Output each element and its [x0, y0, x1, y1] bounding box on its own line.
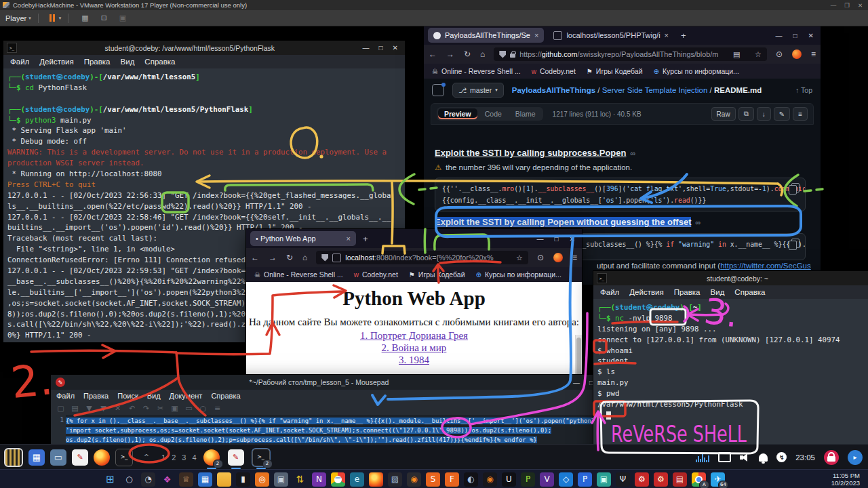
- minimize-button[interactable]: —: [831, 2, 837, 9]
- forward-icon[interactable]: →: [446, 49, 454, 59]
- telegram-icon[interactable]: ✈64: [711, 472, 725, 487]
- pocket-icon[interactable]: ⊙: [776, 49, 783, 59]
- refresh-icon[interactable]: ↻: [464, 49, 471, 59]
- new-tab-button[interactable]: +: [681, 30, 686, 41]
- back-icon[interactable]: ←: [251, 253, 259, 262]
- menu-item[interactable]: Файл: [56, 392, 75, 400]
- tab-payloadsallthethings[interactable]: PayloadsAllTheThings/Se ×: [428, 28, 544, 43]
- rufus-icon[interactable]: ◎: [255, 472, 269, 487]
- menu-item[interactable]: Поиск: [117, 392, 138, 400]
- codeby-shield-icon[interactable]: [4, 448, 23, 467]
- menu-item[interactable]: 1: [161, 453, 165, 462]
- terminal-titlebar[interactable]: >_ student@codeby: ~: [593, 271, 868, 285]
- menu-item[interactable]: Вид: [711, 288, 725, 296]
- vscode-icon[interactable]: ◇: [559, 472, 573, 487]
- windows-clock[interactable]: 11:05 PM 10/2/2023: [831, 472, 868, 487]
- mimo-icon[interactable]: ▣: [597, 472, 611, 487]
- minimize-button[interactable]: —: [537, 235, 544, 243]
- bookmark[interactable]: wCodeby.net: [354, 270, 398, 279]
- cut-icon[interactable]: ✂: [155, 403, 166, 413]
- menu-item[interactable]: 2: [172, 453, 176, 462]
- mousepad-launcher-icon[interactable]: ✎: [72, 449, 88, 466]
- kali-icon[interactable]: Ψ: [616, 472, 630, 487]
- menu-item[interactable]: 3. 1984: [246, 354, 582, 366]
- menu-item[interactable]: Файл: [10, 58, 29, 66]
- undo-icon[interactable]: ↶: [126, 403, 138, 413]
- menu-icon[interactable]: ≡: [572, 253, 577, 262]
- f-app-icon[interactable]: F: [445, 472, 459, 487]
- firefox-launcher-icon[interactable]: [94, 449, 110, 466]
- close-button[interactable]: ✕: [570, 235, 575, 243]
- expand-panel-icon[interactable]: ^: [138, 449, 155, 466]
- maximize-button[interactable]: □: [555, 235, 559, 243]
- mousepad-titlebar[interactable]: ✎ *~/Рабочий стол/tmp_lesson_5 - Mousepa…: [51, 375, 600, 390]
- windows-search-icon[interactable]: ○: [122, 472, 136, 487]
- edit-button[interactable]: ✎: [774, 107, 790, 121]
- search-icon[interactable]: ○: [197, 403, 209, 413]
- transfer-app-icon[interactable]: ⇅: [293, 472, 307, 487]
- bookmark-star-icon[interactable]: ☆: [512, 253, 523, 262]
- bookmark-star-icon[interactable]: ☆: [751, 50, 762, 59]
- menu-item[interactable]: Preview: [438, 108, 477, 119]
- notes-app-icon[interactable]: ▮: [236, 472, 250, 487]
- maximize-button[interactable]: □: [793, 32, 797, 39]
- close-button[interactable]: ✕: [393, 44, 398, 52]
- volume-icon[interactable]: [740, 453, 750, 462]
- maximize-button[interactable]: ❐: [844, 2, 850, 9]
- vm-clock[interactable]: 23:05: [795, 453, 815, 462]
- refresh-icon[interactable]: ↻: [286, 253, 293, 262]
- close-button[interactable]: ✕: [808, 32, 814, 39]
- settings-red2-icon[interactable]: ⚙: [654, 472, 668, 487]
- visual-studio-icon[interactable]: V: [540, 472, 554, 487]
- bookmark[interactable]: ⊕Курсы по информаци...: [476, 270, 561, 279]
- chrome-icon[interactable]: [331, 472, 345, 487]
- bookmark[interactable]: ⚑Игры Кодебай: [409, 270, 465, 279]
- onenote-icon[interactable]: N: [312, 472, 326, 487]
- toolbox-icon[interactable]: ▤: [673, 472, 687, 487]
- menu-item[interactable]: Правка: [84, 58, 111, 66]
- firefox-account-icon[interactable]: [553, 253, 563, 262]
- copy-icon[interactable]: ▣: [169, 403, 180, 413]
- menu-item[interactable]: Действия: [629, 288, 663, 296]
- breadcrumb-repo[interactable]: PayloadsAllTheThings: [512, 86, 595, 94]
- pycharm-icon[interactable]: P: [521, 472, 535, 487]
- menu-item[interactable]: 1. Портрет Дориана Грея: [246, 329, 582, 342]
- back-icon[interactable]: ←: [429, 49, 437, 59]
- power-manager-icon[interactable]: ↯: [776, 452, 787, 462]
- branch-selector[interactable]: ⎇ master ▾: [452, 83, 504, 98]
- terminal-window-button[interactable]: >_2: [252, 449, 270, 466]
- new-file-icon[interactable]: ▢: [55, 403, 66, 413]
- close-tab-icon[interactable]: ×: [665, 31, 669, 39]
- open-file-icon[interactable]: ▤: [69, 403, 81, 413]
- fullscreen-button[interactable]: ⊡: [101, 14, 107, 22]
- code-block-subprocess[interactable]: {{''.__class__.mro()[1].__subclasses__()…: [435, 178, 806, 211]
- app-menu-icon[interactable]: ▦: [28, 449, 45, 466]
- minimize-button[interactable]: —: [776, 32, 783, 39]
- fl-studio-icon[interactable]: ◉: [407, 472, 421, 487]
- blender-icon[interactable]: ◉: [483, 472, 497, 487]
- menu-item[interactable]: Вид: [147, 392, 161, 400]
- menu-item[interactable]: Справка: [144, 58, 175, 66]
- bookmark[interactable]: wCodeby.net: [532, 67, 576, 75]
- display-icon[interactable]: [718, 452, 731, 462]
- pocket-icon[interactable]: ⊙: [537, 253, 544, 262]
- close-button[interactable]: ✕: [858, 2, 863, 9]
- calendar-icon[interactable]: ▦: [198, 472, 212, 487]
- mousepad-window-button[interactable]: ✎: [228, 449, 244, 466]
- logout-icon[interactable]: ▸: [848, 450, 863, 465]
- photo-app-icon[interactable]: ▨: [388, 472, 402, 487]
- replace-icon[interactable]: ≡: [212, 403, 223, 413]
- menu-item[interactable]: Файл: [600, 288, 619, 296]
- firefox-icon[interactable]: [369, 472, 383, 487]
- send-cad-button[interactable]: ▦: [81, 14, 88, 22]
- raw-button[interactable]: Raw: [711, 107, 736, 121]
- forward-icon[interactable]: →: [269, 253, 277, 262]
- menu-item[interactable]: 4: [192, 453, 196, 462]
- close-file-icon[interactable]: ✕: [112, 403, 123, 413]
- edge-icon[interactable]: e: [350, 472, 364, 487]
- link-icon[interactable]: ∞: [695, 218, 701, 226]
- link-icon[interactable]: ∞: [630, 149, 635, 157]
- bookmark[interactable]: ⚑Игры Кодебай: [587, 67, 643, 75]
- menu-item[interactable]: 3: [182, 453, 186, 462]
- chrome-profile-icon[interactable]: A: [692, 472, 706, 487]
